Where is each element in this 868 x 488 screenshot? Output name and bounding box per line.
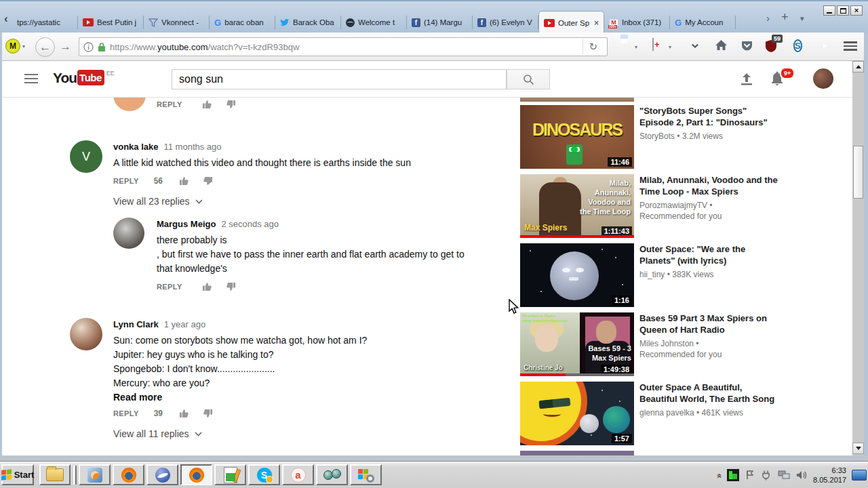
m-extension-button[interactable]: M ▾ (5, 39, 25, 54)
tab-welcome[interactable]: Welcome t (341, 11, 407, 34)
tab-vkonnect[interactable]: Vkonnect - (144, 11, 210, 34)
start-button[interactable]: Start (1, 464, 34, 485)
thumbs-down-icon[interactable] (203, 409, 213, 418)
notifications-bell-icon[interactable]: 9+ (770, 71, 784, 89)
window-border-right (864, 33, 868, 455)
thumbs-up-icon[interactable] (202, 100, 212, 109)
tray-expand-icon[interactable]: « (715, 474, 725, 477)
funnel-icon (149, 18, 158, 27)
downloads-icon[interactable] (689, 39, 701, 54)
tray-console-icon[interactable] (727, 469, 739, 481)
avatar[interactable]: V (70, 140, 102, 173)
new-tab-button[interactable]: + (781, 10, 789, 24)
search-input[interactable] (172, 69, 507, 89)
taskbar-firefox-active-button[interactable] (180, 464, 212, 485)
scroll-down-button[interactable] (852, 443, 864, 454)
close-button[interactable]: × (850, 5, 863, 16)
view-replies-link[interactable]: View all 11 replies (113, 428, 490, 439)
forward-button[interactable]: → (60, 40, 71, 54)
read-more-link[interactable]: Read more (113, 392, 490, 403)
tray-volume-icon[interactable] (795, 470, 808, 481)
ublock-shield-icon[interactable]: 59 (765, 39, 777, 56)
scroll-up-button[interactable] (852, 61, 864, 73)
scrollbar-thumb[interactable] (853, 146, 863, 199)
avatar[interactable] (113, 218, 144, 249)
thumbnail-text: Christine Jo (524, 364, 563, 371)
comment-author[interactable]: vonka lake (113, 142, 159, 152)
tab-list-dropdown-icon[interactable]: ▾ (800, 14, 804, 23)
video-item-we-are-the-planets[interactable]: 1:16 Outer Space: "We are the Planets" (… (520, 243, 781, 307)
url-text[interactable]: https://www.youtube.com/watch?v=t-kzdR93… (110, 42, 299, 52)
video-item-partial-bottom[interactable] (520, 451, 634, 455)
reply-button[interactable]: REPLY (113, 409, 139, 418)
home-icon[interactable] (715, 39, 728, 54)
taskbar-search-button[interactable] (350, 464, 382, 485)
reply-button[interactable]: REPLY (157, 100, 182, 108)
taskbar-skype-button[interactable]: S (248, 464, 280, 485)
reply-button[interactable]: REPLY (157, 283, 182, 291)
tab-facebook-evelyn[interactable]: f(6) Evelyn V (473, 11, 538, 34)
tab-facebook-margu[interactable]: f(14) Margu (407, 11, 473, 34)
seamonkey-icon (155, 468, 170, 483)
taskbar-clock[interactable]: 6:33 8.05.2017 (813, 466, 846, 485)
show-desktop-icon[interactable] (852, 470, 867, 481)
page-scrollbar[interactable] (852, 61, 864, 455)
tray-flag-icon[interactable] (745, 470, 755, 481)
taskbar-notepad-button[interactable] (214, 464, 246, 485)
logo-region-code: EE (106, 70, 115, 77)
comment-author[interactable]: Lynn Clark (113, 319, 159, 329)
thumbs-down-icon[interactable] (203, 176, 213, 186)
reply-button[interactable]: REPLY (113, 177, 139, 185)
taskbar-binoculars-button[interactable] (316, 464, 348, 485)
tab-outer-space-active[interactable]: Outer Sp× (538, 11, 604, 34)
tab-barack-oba[interactable]: Barack Oba (275, 11, 341, 34)
taskbar-media-player-button[interactable] (79, 464, 111, 485)
google-icon: G (214, 18, 221, 28)
bookmark-health-icon[interactable] (652, 39, 654, 51)
video-item-beautiful-world[interactable]: 1:57 Outer Space A Beautiful, Beautiful … (520, 382, 781, 445)
thumbs-down-icon[interactable] (226, 100, 236, 109)
bookmark-dropdown-icon[interactable]: ▾ (669, 44, 671, 50)
maximize-button[interactable] (837, 5, 849, 16)
taskbar-a-app-button[interactable]: a (282, 464, 314, 485)
tab-barac-oban[interactable]: Gbarac oban (210, 11, 275, 34)
back-button[interactable]: ← (35, 37, 55, 57)
thumbs-up-icon[interactable] (202, 282, 212, 291)
search-button[interactable] (507, 69, 550, 89)
menu-icon[interactable] (844, 41, 857, 51)
tab-best-putin[interactable]: Best Putin j (78, 11, 144, 34)
taskbar-seamonkey-button[interactable] (146, 464, 178, 485)
tab-gmail-inbox[interactable]: M100+Inbox (371) (604, 11, 670, 34)
video-item-bases-59[interactable]: Revolution Radiowww.freedomslips.com Bas… (520, 312, 781, 376)
address-bar[interactable]: https://www.youtube.com/watch?v=t-kzdR93… (79, 37, 608, 56)
taskbar-firefox-button[interactable] (113, 464, 144, 485)
s-extension-icon[interactable]: S (793, 39, 802, 52)
thumbs-up-icon[interactable] (179, 409, 189, 418)
close-tab-icon[interactable]: × (594, 18, 599, 28)
pocket-icon[interactable] (741, 39, 753, 55)
video-item-storybots-dinosaurs[interactable]: DINOSAURS 11:46 "StoryBots Super Songs" … (520, 105, 781, 169)
reload-icon[interactable]: ↻ (583, 39, 603, 54)
save-dropdown-icon[interactable]: ▾ (635, 44, 637, 50)
lock-icon[interactable] (98, 42, 106, 52)
video-item-milab-max-spiers[interactable]: Milab, Anunnaki, Voodoo and the Time Loo… (520, 174, 781, 238)
thumbs-up-icon[interactable] (179, 176, 189, 186)
scroll-tabs-right-icon[interactable]: › (766, 12, 770, 24)
view-replies-link[interactable]: View all 23 replies (113, 196, 490, 207)
info-icon[interactable] (83, 42, 94, 52)
youtube-logo[interactable]: YouTubeEE (53, 70, 115, 86)
guide-menu-icon[interactable] (24, 74, 38, 83)
tab-my-account[interactable]: GMy Accoun (670, 11, 736, 34)
upload-icon[interactable] (739, 73, 754, 89)
tray-power-plug-icon[interactable] (761, 470, 772, 481)
minimize-button[interactable] (823, 5, 835, 16)
account-avatar[interactable] (813, 68, 833, 89)
scroll-tabs-left-icon[interactable]: ‹ (4, 12, 8, 26)
taskbar-file-manager-button[interactable] (39, 464, 71, 485)
avatar[interactable] (70, 318, 102, 350)
thumbs-down-icon[interactable] (226, 282, 236, 291)
gmail-icon: M100+ (609, 19, 618, 26)
tab-yastatic[interactable]: tps://yastatic (12, 11, 78, 34)
comment-author[interactable]: Margus Meigo (157, 219, 216, 229)
tray-network-icon[interactable] (778, 470, 790, 480)
